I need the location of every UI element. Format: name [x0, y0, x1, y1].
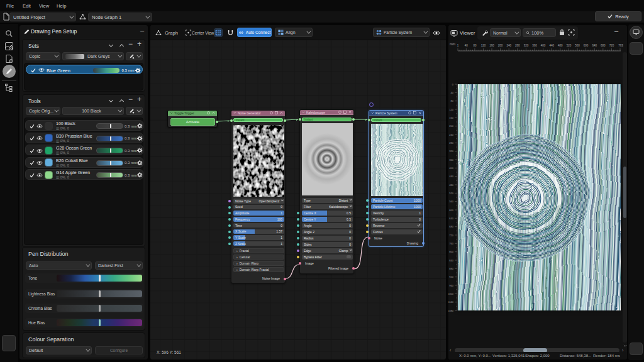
svg-text:160: 160: [449, 116, 453, 119]
svg-text:520: 520: [567, 44, 572, 47]
svg-text:720: 720: [609, 44, 614, 47]
svg-text:200: 200: [498, 44, 503, 47]
svg-text:320: 320: [449, 150, 453, 153]
svg-text:0: 0: [452, 83, 454, 86]
svg-text:680: 680: [449, 225, 453, 228]
svg-text:240: 240: [449, 133, 453, 136]
svg-text:200: 200: [449, 124, 453, 128]
svg-text:880: 880: [449, 267, 453, 270]
svg-text:800: 800: [449, 250, 453, 253]
svg-text:280: 280: [515, 44, 520, 47]
svg-text:320: 320: [524, 44, 529, 47]
svg-text:1080: 1080: [448, 309, 454, 312]
svg-text:240: 240: [506, 44, 511, 47]
svg-text:400: 400: [541, 44, 546, 47]
svg-text:840: 840: [449, 259, 453, 262]
svg-text:80: 80: [473, 44, 477, 47]
svg-text:440: 440: [549, 44, 554, 47]
svg-text:40: 40: [451, 91, 454, 94]
svg-text:1000: 1000: [448, 292, 454, 295]
svg-text:760: 760: [449, 242, 453, 245]
svg-text:640: 640: [592, 44, 597, 47]
svg-text:120: 120: [481, 44, 486, 47]
svg-text:280: 280: [449, 141, 453, 145]
svg-text:520: 520: [449, 192, 453, 195]
svg-text:80: 80: [451, 99, 454, 102]
svg-text:960: 960: [449, 284, 453, 287]
svg-text:920: 920: [449, 275, 453, 278]
svg-text:1040: 1040: [448, 300, 454, 304]
svg-text:640: 640: [449, 217, 453, 220]
svg-text:400: 400: [449, 167, 453, 170]
svg-text:480: 480: [558, 44, 563, 47]
svg-text:120: 120: [449, 108, 453, 111]
svg-text:600: 600: [449, 209, 453, 212]
svg-text:680: 680: [601, 44, 606, 47]
svg-text:763: 763: [618, 44, 623, 47]
svg-text:560: 560: [575, 44, 580, 47]
svg-text:560: 560: [449, 200, 453, 203]
svg-text:360: 360: [449, 158, 453, 162]
svg-text:600: 600: [584, 44, 589, 47]
svg-text:440: 440: [449, 175, 453, 178]
svg-text:360: 360: [532, 44, 537, 47]
svg-text:720: 720: [449, 234, 453, 237]
svg-text:160: 160: [489, 44, 494, 47]
svg-text:1: 1: [457, 44, 459, 47]
svg-text:40: 40: [465, 44, 469, 47]
svg-text:480: 480: [449, 184, 453, 187]
